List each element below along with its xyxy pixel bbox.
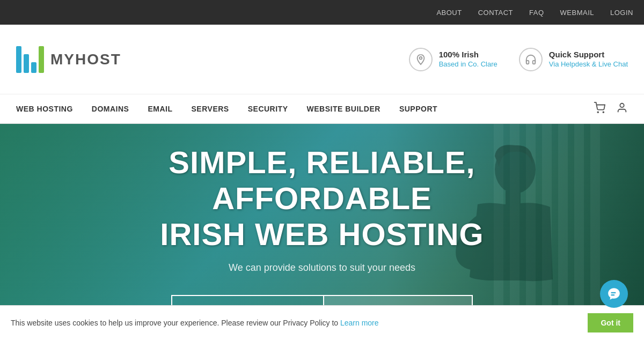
top-bar: ABOUT CONTACT FAQ WEBMAIL LOGIN [0,0,644,25]
faq-link[interactable]: FAQ [529,9,544,17]
cookie-text: This website uses cookies to help us imp… [11,319,577,327]
header-info-group: 100% Irish Based in Co. Clare Quick Supp… [409,48,628,71]
support-info-text: Quick Support Via Helpdesk & Live Chat [549,50,628,69]
nav-security[interactable]: SECURITY [248,105,288,113]
navbar: WEB HOSTING DOMAINS EMAIL SERVERS SECURI… [0,94,644,124]
nav-email[interactable]: EMAIL [148,105,172,113]
svg-point-3 [620,103,624,107]
learn-more-link[interactable]: Learn more [340,319,379,327]
nav-links: WEB HOSTING DOMAINS EMAIL SERVERS SECURI… [16,105,437,113]
logo-icon [16,46,44,73]
support-info: Quick Support Via Helpdesk & Live Chat [519,48,628,71]
irish-title: 100% Irish [439,50,497,59]
irish-info-text: 100% Irish Based in Co. Clare [439,50,497,69]
svg-point-2 [603,112,604,113]
nav-servers[interactable]: SERVERS [192,105,229,113]
about-link[interactable]: ABOUT [436,9,462,17]
cart-icon[interactable] [594,102,605,116]
login-link[interactable]: LOGIN [610,9,633,17]
nav-website-builder[interactable]: WEBSITE BUILDER [307,105,380,113]
user-icon[interactable] [616,102,628,116]
support-subtitle: Via Helpdesk & Live Chat [549,60,628,68]
hero-title-line1: SIMPLE, RELIABLE, AFFORDABLE [169,145,475,216]
nav-icon-group [594,102,628,116]
svg-point-0 [419,56,422,59]
cookie-bar: This website uses cookies to help us imp… [0,305,644,340]
svg-point-1 [597,112,598,113]
hero-subtitle: We can provide solutions to suit your ne… [91,262,553,274]
location-icon [409,48,433,71]
irish-subtitle: Based in Co. Clare [439,60,497,68]
nav-support[interactable]: SUPPORT [399,105,437,113]
header: MYHOST 100% Irish Based in Co. Clare [0,25,644,94]
hero-title: SIMPLE, RELIABLE, AFFORDABLE IRISH WEB H… [91,145,553,252]
hero-title-line2: IRISH WEB HOSTING [160,217,484,252]
chat-icon [607,287,621,301]
logo-text: MYHOST [50,51,121,68]
logo[interactable]: MYHOST [16,46,121,73]
got-it-button[interactable]: Got it [588,313,633,332]
support-icon [519,48,543,71]
irish-info: 100% Irish Based in Co. Clare [409,48,497,71]
contact-link[interactable]: CONTACT [478,9,513,17]
nav-domains[interactable]: DOMAINS [92,105,129,113]
nav-web-hosting[interactable]: WEB HOSTING [16,105,73,113]
chat-button[interactable] [600,280,628,308]
support-title: Quick Support [549,50,628,59]
hero-content: SIMPLE, RELIABLE, AFFORDABLE IRISH WEB H… [80,134,564,333]
webmail-link[interactable]: WEBMAIL [560,9,594,17]
